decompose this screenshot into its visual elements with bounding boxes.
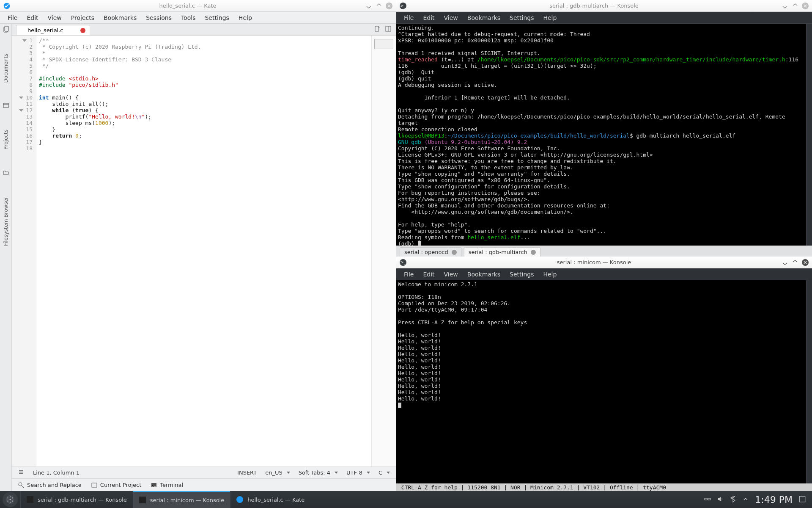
menu-help[interactable]: Help [539, 270, 561, 279]
konsole-minicom-window: >_ serial : minicom — Konsole File Edit … [396, 257, 812, 491]
clock[interactable]: 1:49 PM [755, 494, 793, 505]
tab-close-icon[interactable] [531, 250, 536, 255]
menu-view[interactable]: View [440, 13, 462, 22]
task-konsole-minicom[interactable]: serial : minicom — Konsole [133, 491, 230, 508]
minimize-icon[interactable] [365, 3, 372, 9]
task-konsole-gdb[interactable]: serial : gdb-multiarch — Konsole [20, 491, 133, 508]
menu-file[interactable]: File [3, 13, 22, 22]
menu-edit[interactable]: Edit [22, 13, 42, 22]
konsole-tabs: serial : openocd serial : gdb-multiarch [396, 246, 812, 257]
kate-icon [236, 496, 243, 503]
tab-close-icon[interactable] [452, 250, 457, 255]
locale-select[interactable]: en_US [265, 469, 290, 476]
bluetooth-icon[interactable] [730, 496, 736, 504]
konsole1-titlebar[interactable]: >_ serial : gdb-multiarch — Konsole [396, 0, 812, 12]
menu-settings[interactable]: Settings [505, 13, 538, 22]
sidebar-filesystem[interactable]: Filesystem Browser [2, 194, 10, 248]
svg-point-12 [12, 501, 13, 502]
cursor-position[interactable]: Line 1, Column 1 [33, 469, 80, 476]
minicom-statusbar: CTRL-A Z for help | 115200 8N1 | NOR | M… [396, 483, 812, 491]
menu-bookmarks[interactable]: Bookmarks [463, 13, 505, 22]
sidebar-projects[interactable]: Projects [2, 127, 10, 152]
encoding-select[interactable]: UTF-8 [346, 469, 370, 476]
kate-tabs: hello_serial.c [12, 24, 396, 36]
task-kate[interactable]: hello_serial.c — Kate [230, 491, 310, 508]
language-select[interactable]: C [379, 469, 390, 476]
menu-help[interactable]: Help [539, 13, 561, 22]
sidebar-documents[interactable]: Documents [2, 51, 10, 85]
filesystem-icon[interactable] [3, 169, 9, 177]
menu-tools[interactable]: Tools [177, 13, 200, 22]
tray-expand-icon[interactable] [742, 496, 749, 504]
menu-bookmarks[interactable]: Bookmarks [463, 270, 505, 279]
menu-file[interactable]: File [400, 13, 418, 22]
network-icon[interactable] [704, 496, 711, 504]
konsole1-title: serial : gdb-multiarch — Konsole [410, 3, 778, 9]
kate-window: hello_serial.c — Kate File Edit View Pro… [0, 0, 396, 491]
file-tab[interactable]: hello_serial.c [16, 25, 90, 35]
new-doc-icon[interactable] [374, 25, 381, 33]
tab-openocd[interactable]: serial : openocd [400, 247, 461, 257]
minimap[interactable] [371, 36, 396, 467]
svg-rect-4 [375, 26, 379, 31]
current-project-button[interactable]: Current Project [91, 482, 141, 489]
menu-bookmarks[interactable]: Bookmarks [99, 13, 141, 22]
menu-help[interactable]: Help [234, 13, 256, 22]
terminal-minicom[interactable]: Welcome to minicom 2.7.1 OPTIONS: I18n C… [396, 280, 806, 483]
scrollbar[interactable] [806, 280, 812, 483]
code-content[interactable]: /** * Copyright (c) 2020 Raspberry Pi (T… [36, 36, 371, 467]
tab-gdb[interactable]: serial : gdb-multiarch [464, 247, 540, 257]
softtabs-select[interactable]: Soft Tabs: 4 [299, 469, 338, 476]
svg-rect-7 [92, 483, 97, 487]
svg-rect-3 [3, 103, 8, 108]
minimize-icon[interactable] [782, 259, 788, 266]
split-icon[interactable] [385, 25, 392, 33]
show-desktop-icon[interactable] [798, 495, 806, 504]
scrollbar[interactable] [806, 24, 812, 246]
search-replace-button[interactable]: Search and Replace [18, 482, 82, 489]
svg-point-15 [7, 497, 8, 498]
svg-rect-18 [708, 498, 710, 500]
tab-close-icon[interactable] [80, 28, 85, 33]
terminal-button[interactable]: Terminal [151, 482, 183, 489]
code-editor[interactable]: 1 2 3 4 5 6 7 8 9 10 11 12 13 14 [12, 36, 396, 467]
close-icon[interactable] [802, 3, 809, 9]
svg-rect-2 [5, 26, 8, 31]
kate-statusbar: Line 1, Column 1 INSERT en_US Soft Tabs:… [12, 467, 396, 478]
kate-bottom-toolbar: Search and Replace Current Project Termi… [12, 478, 396, 491]
menu-settings[interactable]: Settings [200, 13, 233, 22]
status-menu-icon[interactable] [18, 469, 25, 477]
svg-point-11 [12, 497, 13, 498]
svg-rect-19 [799, 496, 805, 502]
svg-rect-17 [705, 498, 707, 500]
close-icon[interactable] [386, 3, 392, 9]
maximize-icon[interactable] [376, 3, 382, 9]
menu-view[interactable]: View [440, 270, 462, 279]
menu-edit[interactable]: Edit [419, 270, 439, 279]
konsole2-titlebar[interactable]: >_ serial : minicom — Konsole [396, 257, 812, 268]
volume-icon[interactable] [717, 496, 724, 504]
line-gutter: 1 2 3 4 5 6 7 8 9 10 11 12 13 14 [12, 36, 36, 467]
menu-edit[interactable]: Edit [419, 13, 439, 22]
maximize-icon[interactable] [792, 3, 798, 9]
konsole-gdb-window: >_ serial : gdb-multiarch — Konsole File… [396, 0, 812, 257]
minimize-icon[interactable] [782, 3, 788, 9]
menu-settings[interactable]: Settings [505, 270, 538, 279]
menu-projects[interactable]: Projects [67, 13, 99, 22]
terminal-gdb[interactable]: Continuing. ^Ctarget halted due to debug… [396, 24, 806, 246]
kate-titlebar[interactable]: hello_serial.c — Kate [0, 0, 396, 12]
menu-view[interactable]: View [44, 13, 66, 22]
terminal-icon [27, 496, 33, 503]
close-icon[interactable] [802, 259, 809, 266]
svg-point-14 [7, 501, 8, 502]
start-button[interactable] [3, 492, 18, 507]
editor-mode[interactable]: INSERT [237, 469, 257, 476]
terminal-icon [139, 497, 146, 503]
system-tray: 1:49 PM [698, 494, 812, 505]
maximize-icon[interactable] [792, 259, 798, 266]
documents-icon[interactable] [3, 26, 9, 34]
konsole2-title: serial : minicom — Konsole [410, 259, 778, 265]
menu-sessions[interactable]: Sessions [142, 13, 176, 22]
menu-file[interactable]: File [400, 270, 418, 279]
projects-icon[interactable] [3, 102, 9, 110]
